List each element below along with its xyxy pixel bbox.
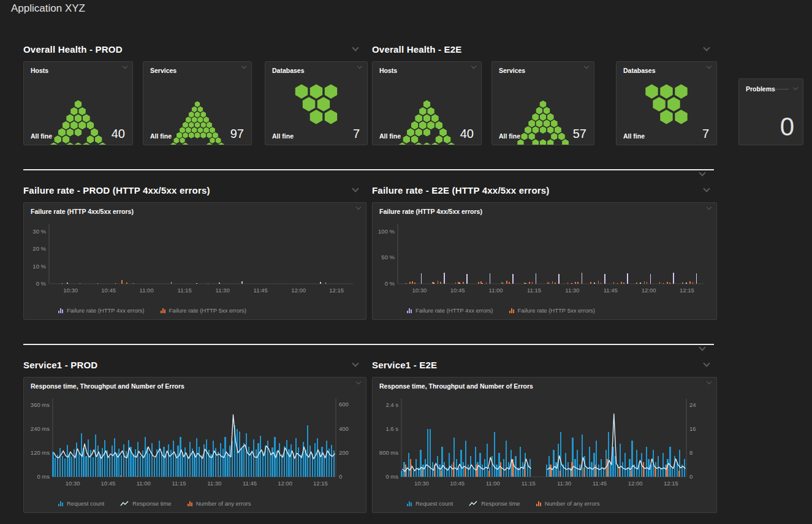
problems-tile[interactable]: Problems 0: [738, 78, 803, 145]
legend-item-failure-rate-http-5xx-errors-[interactable]: Failure rate (HTTP 5xx errors): [509, 307, 596, 314]
svg-text:12:00: 12:00: [628, 480, 643, 487]
svg-text:12:00: 12:00: [291, 287, 306, 294]
axes: 100 %50 %0 %10:3010:4511:0011:1511:3011:…: [378, 224, 704, 294]
section-header-service-e2e: Service1 - E2E: [372, 359, 709, 371]
health-tile-hosts-prod[interactable]: Hosts All fine40: [23, 61, 133, 145]
bar-chart-icon: [161, 308, 165, 313]
chart-title: Response time, Throughput and Number of …: [379, 382, 533, 390]
health-tile-services-e2e[interactable]: Services All fine57: [491, 61, 594, 145]
status-text: All fine: [272, 132, 294, 140]
chevron-down-icon[interactable]: [703, 44, 710, 51]
series-request-count: [401, 429, 685, 477]
legend-item-failure-rate-http-4xx-errors-[interactable]: Failure rate (HTTP 4xx errors): [407, 307, 493, 314]
bar-chart-icon: [58, 501, 63, 506]
service1-prod-chart[interactable]: 360 ms240 ms120 ms0 ms600400200010:3010:…: [24, 393, 366, 493]
svg-text:30 %: 30 %: [32, 228, 46, 235]
service1-prod-chart-tile[interactable]: Response time, Throughput and Number of …: [23, 377, 366, 513]
svg-text:16: 16: [689, 425, 696, 432]
chevron-down-icon[interactable]: [699, 344, 705, 351]
failure-rate-e2e-chart[interactable]: 100 %50 %0 %10:3010:4511:0011:1511:3011:…: [373, 219, 716, 300]
legend-item-failure-rate-http-5xx-errors-[interactable]: Failure rate (HTTP 5xx errors): [161, 307, 247, 314]
tile-label: Hosts: [31, 67, 48, 74]
entity-count: 40: [112, 127, 125, 140]
bar-chart-icon: [188, 501, 192, 506]
svg-text:100 %: 100 %: [378, 228, 395, 235]
chevron-down-icon[interactable]: [703, 185, 710, 192]
svg-text:11:00: 11:00: [486, 480, 500, 487]
problems-count: 0: [780, 114, 794, 140]
svg-text:0 %: 0 %: [36, 280, 47, 287]
section-divider: [23, 344, 714, 345]
svg-text:120 ms: 120 ms: [31, 449, 50, 456]
legend-item-number-of-any-errors[interactable]: Number of any errors: [536, 500, 600, 507]
status-text: All fine: [150, 132, 172, 140]
failure-rate-prod-chart[interactable]: 30 %20 %10 %0 %10:3010:4511:0011:1511:30…: [24, 219, 366, 300]
section-header-service-prod: Service1 - PROD: [23, 359, 358, 371]
chevron-down-icon[interactable]: [352, 185, 359, 192]
legend-label: Request count: [415, 500, 453, 507]
tile-label: Databases: [272, 67, 305, 74]
legend-item-response-time[interactable]: Response time: [120, 500, 171, 507]
failure-rate-prod-chart-tile[interactable]: Failure rate (HTTP 4xx/5xx errors) 30 %2…: [23, 202, 366, 320]
health-tile-databases-e2e[interactable]: Databases All fine7: [616, 61, 717, 145]
legend-item-request-count[interactable]: Request count: [58, 500, 104, 507]
svg-text:11:15: 11:15: [522, 480, 536, 487]
svg-text:20 %: 20 %: [32, 245, 46, 252]
svg-text:11:30: 11:30: [207, 480, 221, 487]
failure-rate-e2e-chart-tile[interactable]: Failure rate (HTTP 4xx/5xx errors) 100 %…: [372, 202, 717, 320]
chevron-down-icon[interactable]: [699, 169, 705, 176]
health-tile-databases-prod[interactable]: Databases All fine7: [265, 61, 368, 145]
legend-item-request-count[interactable]: Request count: [407, 500, 453, 507]
entity-count: 40: [460, 127, 474, 140]
health-tile-hosts-e2e[interactable]: Hosts All fine40: [372, 61, 482, 145]
chevron-down-icon[interactable]: [707, 379, 711, 384]
legend-item-failure-rate-http-4xx-errors-[interactable]: Failure rate (HTTP 4xx errors): [58, 307, 145, 314]
svg-text:11:00: 11:00: [137, 480, 151, 487]
svg-text:800 ms: 800 ms: [379, 449, 398, 456]
svg-text:8: 8: [689, 449, 692, 456]
legend-label: Failure rate (HTTP 5xx errors): [518, 307, 596, 314]
chevron-down-icon[interactable]: [793, 85, 798, 90]
chart-title: Failure rate (HTTP 4xx/5xx errors): [31, 208, 134, 215]
service1-e2e-chart-tile[interactable]: Response time, Throughput and Number of …: [372, 377, 717, 513]
chevron-down-icon[interactable]: [356, 379, 361, 384]
legend-label: Failure rate (HTTP 5xx errors): [169, 307, 247, 314]
svg-text:50 %: 50 %: [381, 254, 395, 260]
svg-text:11:30: 11:30: [216, 287, 230, 294]
svg-text:11:15: 11:15: [527, 287, 541, 294]
legend-item-number-of-any-errors[interactable]: Number of any errors: [188, 500, 251, 507]
chevron-down-icon[interactable]: [352, 44, 359, 51]
entity-count: 97: [230, 127, 244, 140]
hexagon-cluster: [295, 84, 337, 124]
svg-text:11:15: 11:15: [172, 480, 186, 487]
chevron-down-icon[interactable]: [352, 360, 359, 366]
chart-legend: Request countResponse timeNumber of any …: [58, 500, 251, 507]
svg-text:12:15: 12:15: [313, 480, 328, 487]
chevron-down-icon[interactable]: [356, 205, 361, 210]
hexagon-cluster: [645, 84, 687, 124]
svg-text:11:45: 11:45: [243, 480, 257, 487]
section-title-failure-prod: Failure rate - PROD (HTTP 4xx/5xx errors…: [23, 185, 210, 196]
series-failure-rate-http-4xx-errors-: [406, 273, 697, 284]
chevron-down-icon[interactable]: [703, 360, 710, 366]
section-title-health-prod: Overall Health - PROD: [23, 44, 123, 55]
series-failure-rate-http-5xx-errors-: [121, 280, 208, 284]
svg-text:11:45: 11:45: [604, 287, 618, 294]
svg-text:24: 24: [689, 401, 696, 408]
svg-text:12:00: 12:00: [642, 287, 656, 294]
health-tile-services-prod[interactable]: Services All fine97: [143, 61, 252, 145]
page-title: Application XYZ: [11, 2, 85, 15]
svg-text:11:45: 11:45: [593, 480, 607, 487]
svg-text:1.6 s: 1.6 s: [385, 425, 398, 432]
axes: 30 %20 %10 %0 %10:3010:4511:0011:1511:30…: [32, 224, 353, 294]
status-text: All fine: [379, 132, 401, 140]
svg-text:11:30: 11:30: [565, 287, 579, 294]
svg-text:0 ms: 0 ms: [385, 473, 398, 480]
service1-e2e-chart[interactable]: 2.4 s1.6 s800 ms0 ms24168010:3010:4511:0…: [373, 393, 716, 493]
chevron-down-icon[interactable]: [707, 205, 711, 210]
svg-text:12:00: 12:00: [278, 480, 292, 487]
svg-text:0 ms: 0 ms: [37, 473, 50, 480]
svg-text:10:45: 10:45: [101, 480, 116, 487]
status-text: All fine: [499, 132, 520, 140]
legend-item-response-time[interactable]: Response time: [469, 500, 520, 507]
